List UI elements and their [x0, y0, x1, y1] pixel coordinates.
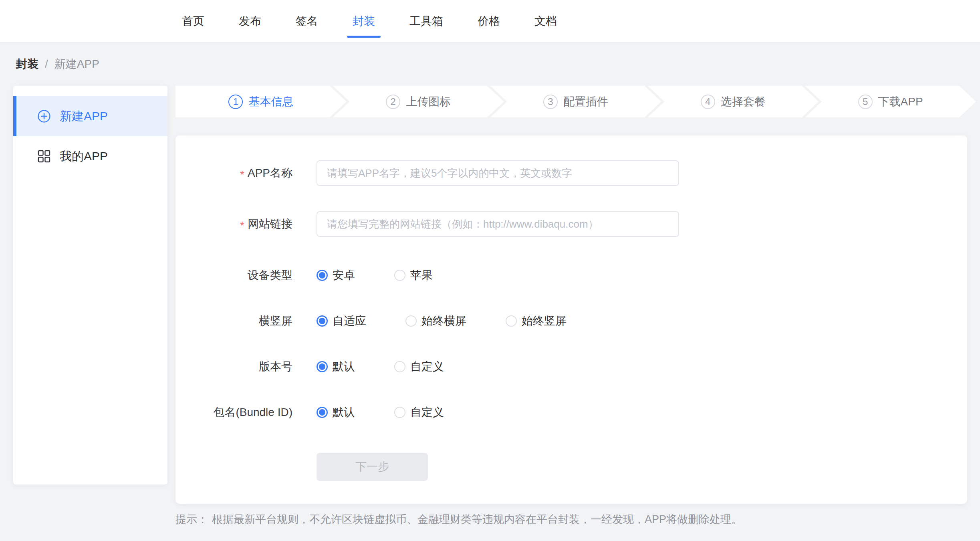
nav-item-label: 工具箱: [409, 14, 443, 29]
step-configure-plugins[interactable]: 3 配置插件: [490, 86, 661, 117]
breadcrumb-section[interactable]: 封装: [16, 57, 38, 72]
radio-selected-icon: [317, 407, 328, 418]
nav-item-label: 封装: [353, 14, 375, 29]
field-label: * 网站链接: [175, 216, 292, 232]
step-number-badge: 4: [701, 95, 715, 109]
radio-selected-icon: [317, 361, 328, 372]
form-row-bundle-id: 包名(Bundle ID) 默认 自定义: [175, 405, 967, 420]
site-url-input[interactable]: [317, 211, 679, 237]
tip-text: 根据最新平台规则，不允许区块链虚拟币、金融理财类等违规内容在平台封装，一经发现，…: [212, 512, 742, 527]
field-label-text: 设备类型: [248, 268, 292, 283]
radio-label: 苹果: [410, 268, 433, 283]
radio-label: 安卓: [333, 268, 355, 283]
nav-item-label: 发布: [239, 14, 261, 29]
radio-bundle-default[interactable]: 默认: [317, 405, 355, 420]
step-number-badge: 3: [543, 95, 558, 109]
step-basic-info[interactable]: 1 基本信息: [175, 86, 347, 117]
radio-version-custom[interactable]: 自定义: [394, 359, 444, 374]
step-label: 配置插件: [563, 94, 608, 109]
step-download-app[interactable]: 5 下载APP: [805, 86, 976, 117]
field-label-text: 横竖屏: [259, 313, 292, 329]
sidebar-item-my-apps[interactable]: 我的APP: [13, 136, 167, 176]
step-label: 下载APP: [878, 94, 923, 109]
nav-item-label: 首页: [182, 14, 204, 29]
field-label-text: 版本号: [259, 359, 292, 374]
field-label: 包名(Bundle ID): [175, 405, 292, 420]
radio-bundle-custom[interactable]: 自定义: [394, 405, 444, 420]
nav-item-label: 价格: [478, 14, 500, 29]
main-nav: 首页 发布 签名 封装 工具箱 价格: [176, 0, 563, 42]
field-label: 设备类型: [175, 268, 292, 283]
radio-orientation-landscape[interactable]: 始终横屏: [405, 313, 466, 329]
form-row-device-type: 设备类型 安卓 苹果: [175, 268, 967, 283]
nav-item-toolbox[interactable]: 工具箱: [404, 14, 449, 29]
platform-rule-tip: 提示： 根据最新平台规则，不允许区块链虚拟币、金融理财类等违规内容在平台封装，一…: [175, 512, 742, 527]
step-label: 上传图标: [406, 94, 451, 109]
field-label: 横竖屏: [175, 313, 292, 329]
radio-android[interactable]: 安卓: [317, 268, 355, 283]
form-row-app-name: * APP名称: [175, 160, 967, 186]
required-asterisk: *: [240, 169, 244, 180]
breadcrumb-separator: /: [45, 58, 48, 71]
step-number-badge: 5: [858, 95, 873, 109]
nav-active-underline: [347, 36, 381, 38]
radio-version-default[interactable]: 默认: [317, 359, 355, 374]
nav-item-package[interactable]: 封装: [347, 14, 381, 29]
nav-item-label: 签名: [296, 14, 318, 29]
radio-label: 默认: [333, 359, 355, 374]
field-label-text: APP名称: [248, 166, 292, 181]
nav-item-label: 文档: [534, 14, 557, 29]
nav-item-docs[interactable]: 文档: [529, 14, 563, 29]
nav-item-home[interactable]: 首页: [176, 14, 210, 29]
next-step-button[interactable]: 下一步: [317, 453, 428, 481]
radio-selected-icon: [317, 270, 328, 281]
grid-icon: [37, 149, 51, 163]
step-number-badge: 2: [386, 95, 400, 109]
sidebar-item-label: 我的APP: [60, 148, 108, 165]
radio-orientation-portrait[interactable]: 始终竖屏: [506, 313, 567, 329]
app-name-input[interactable]: [317, 160, 679, 186]
top-bar: 首页 发布 签名 封装 工具箱 价格: [0, 0, 980, 42]
radio-label: 自定义: [410, 405, 444, 420]
radio-unselected-icon: [506, 315, 517, 327]
radio-label: 始终横屏: [421, 313, 466, 329]
form-row-site-url: * 网站链接: [175, 211, 967, 237]
breadcrumb: 封装 / 新建APP: [16, 57, 99, 71]
step-wizard: 1 基本信息 2 上传图标 3 配置插件 4 选择套餐 5 下载APP: [175, 86, 976, 117]
nav-item-sign[interactable]: 签名: [290, 14, 324, 29]
field-label: 版本号: [175, 359, 292, 374]
radio-label: 始终竖屏: [522, 313, 567, 329]
step-label: 基本信息: [248, 94, 293, 109]
radio-label: 自定义: [410, 359, 444, 374]
radio-ios[interactable]: 苹果: [394, 268, 433, 283]
radio-unselected-icon: [394, 407, 405, 418]
form-row-version: 版本号 默认 自定义: [175, 359, 967, 374]
radio-label: 默认: [333, 405, 355, 420]
sidebar-item-new-app[interactable]: 新建APP: [13, 96, 167, 136]
field-label-text: 网站链接: [248, 216, 292, 232]
radio-unselected-icon: [394, 270, 405, 281]
step-number-badge: 1: [228, 95, 243, 109]
page: 首页 发布 签名 封装 工具箱 价格: [0, 0, 980, 541]
radio-label: 自适应: [333, 313, 366, 329]
step-choose-plan[interactable]: 4 选择套餐: [647, 86, 819, 117]
step-label: 选择套餐: [721, 94, 766, 109]
step-upload-icon[interactable]: 2 上传图标: [333, 86, 504, 117]
field-label-text: 包名(Bundle ID): [213, 405, 292, 420]
plus-circle-icon: [37, 109, 51, 123]
radio-unselected-icon: [405, 315, 417, 327]
breadcrumb-page: 新建APP: [54, 57, 99, 72]
sidebar: 新建APP 我的APP: [13, 86, 167, 484]
required-asterisk: *: [240, 220, 244, 231]
radio-orientation-auto[interactable]: 自适应: [317, 313, 366, 329]
form-card: * APP名称 * 网站链接 设备类型 安卓: [175, 135, 967, 504]
radio-selected-icon: [317, 315, 328, 327]
field-label: * APP名称: [175, 166, 292, 181]
radio-unselected-icon: [394, 361, 405, 372]
nav-item-pricing[interactable]: 价格: [472, 14, 506, 29]
form-row-orientation: 横竖屏 自适应 始终横屏 始终竖屏: [175, 314, 967, 328]
nav-item-publish[interactable]: 发布: [233, 14, 267, 29]
tip-prefix: 提示：: [175, 512, 208, 527]
sidebar-item-label: 新建APP: [60, 108, 108, 125]
